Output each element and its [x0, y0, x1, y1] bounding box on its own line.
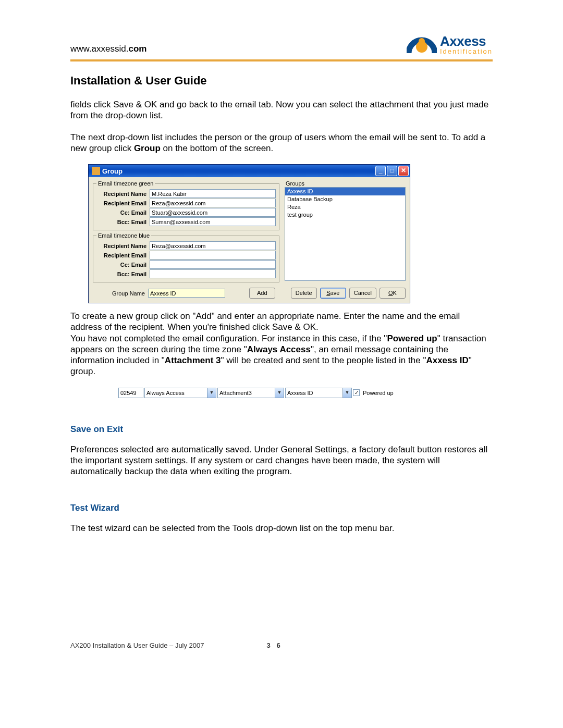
close-button[interactable]: ✕: [398, 166, 409, 176]
fieldset-blue: Email timezone blue Recipient Name Recip…: [93, 232, 279, 282]
text: on the bottom of the screen.: [161, 143, 273, 153]
recipient-name-input-green[interactable]: [150, 189, 276, 198]
text-bold: Always Access: [247, 344, 311, 354]
text-bold: Axxess ID: [426, 355, 468, 365]
timezone-dropdown[interactable]: Always Access ▼: [144, 388, 216, 398]
text: You have not completed the email configu…: [70, 334, 387, 343]
powered-up-checkbox[interactable]: ✓: [353, 389, 360, 396]
text: " will be created and sent to the people…: [221, 355, 426, 365]
config-strip: 02549 Always Access ▼ Attachment3 ▼ Axxe…: [118, 388, 493, 398]
url-bold: com: [128, 44, 146, 54]
dialog-app-icon: [92, 167, 100, 175]
label: Recipient Name: [96, 191, 146, 197]
groups-listbox[interactable]: Axxess ID Database Backup Reza test grou…: [285, 187, 406, 281]
logo-text-bottom: Identification: [440, 48, 493, 55]
dropdown-value: Axxess ID: [286, 388, 342, 398]
logo-mark-icon: [407, 31, 437, 57]
dropdown-value: Always Access: [145, 388, 207, 398]
groups-label: Groups: [286, 180, 406, 187]
dialog-title: Group: [102, 167, 123, 175]
delete-button[interactable]: Delete: [291, 288, 317, 299]
save-on-exit-body: Preferences selected are automatically s…: [70, 444, 493, 477]
cc-email-input-green[interactable]: [150, 208, 276, 217]
recipient-email-input-green[interactable]: [150, 199, 276, 207]
fieldset-green-legend: Email timezone green: [96, 180, 155, 187]
page-title: Installation & User Guide: [70, 74, 493, 88]
label: Recipient Name: [96, 243, 146, 249]
text-bold: Group: [134, 143, 161, 153]
ok-button[interactable]: OK: [380, 288, 406, 299]
list-item[interactable]: test group: [285, 211, 405, 219]
logo-text-top: Axxess: [440, 34, 493, 48]
paragraph-intro-a: fields click Save & OK and go back to th…: [70, 99, 493, 121]
minimize-button[interactable]: _: [375, 166, 386, 176]
recipient-email-input-blue[interactable]: [150, 251, 276, 260]
bcc-email-input-blue[interactable]: [150, 269, 276, 278]
label: Bcc: Email: [96, 219, 146, 225]
label: Recipient Email: [96, 252, 146, 258]
header-url: www.axxessid.com: [70, 44, 146, 57]
page-footer: AX200 Installation & User Guide – July 2…: [70, 641, 493, 649]
paragraph-intro-b: The next drop-down list includes the per…: [70, 132, 493, 154]
label: Cc: Email: [96, 262, 146, 268]
group-dialog: Group _ □ ✕ Email timezone green Recipie…: [88, 164, 410, 303]
footer-left: AX200 Installation & User Guide – July 2…: [70, 641, 204, 649]
text: The next drop-down list includes the per…: [70, 132, 485, 153]
label: Recipient Email: [96, 200, 146, 206]
paragraph-add-group: To create a new group click on "Add" and…: [70, 311, 493, 333]
cc-email-input-blue[interactable]: [150, 260, 276, 269]
dialog-titlebar: Group _ □ ✕: [89, 165, 410, 177]
test-wizard-heading: Test Wizard: [70, 503, 493, 513]
label: Bcc: Email: [96, 271, 146, 277]
dropdown-value: Attachment3: [218, 388, 275, 398]
save-button[interactable]: Save: [320, 288, 346, 299]
fieldset-green: Email timezone green Recipient Name Reci…: [93, 180, 279, 230]
paragraph-config: You have not completed the email configu…: [70, 333, 493, 377]
group-name-input[interactable]: [148, 289, 225, 298]
chevron-down-icon: ▼: [275, 388, 284, 398]
logo: Axxess Identification: [407, 31, 493, 57]
add-button[interactable]: Add: [249, 288, 275, 299]
recipient-name-input-blue[interactable]: [150, 241, 276, 250]
save-button-rest: ave: [331, 290, 340, 296]
fieldset-blue-legend: Email timezone blue: [96, 232, 151, 239]
group-dropdown[interactable]: Axxess ID ▼: [285, 388, 352, 398]
cancel-button[interactable]: Cancel: [349, 288, 376, 299]
text-bold: Attachment 3: [165, 355, 221, 365]
code-box: 02549: [118, 388, 143, 398]
save-on-exit-heading: Save on Exit: [70, 424, 493, 435]
page-header: www.axxessid.com Axxess Identification: [70, 26, 493, 57]
chevron-down-icon: ▼: [342, 388, 351, 398]
attachment-dropdown[interactable]: Attachment3 ▼: [217, 388, 284, 398]
test-wizard-body: The test wizard can be selected from the…: [70, 523, 493, 534]
chevron-down-icon: ▼: [207, 388, 216, 398]
list-item[interactable]: Database Backup: [285, 195, 405, 203]
group-name-label: Group Name: [93, 290, 145, 297]
powered-up-label: Powered up: [361, 390, 396, 396]
page-number: 3 6: [267, 641, 283, 649]
list-item[interactable]: Axxess ID: [285, 188, 405, 195]
text-bold: Powered up: [387, 334, 437, 343]
url-prefix: www.axxessid.: [70, 44, 128, 54]
maximize-button[interactable]: □: [387, 166, 397, 176]
logo-text: Axxess Identification: [440, 34, 493, 55]
svg-point-1: [419, 38, 425, 44]
header-rule: [70, 59, 493, 61]
label: Cc: Email: [96, 209, 146, 216]
bcc-email-input-green[interactable]: [150, 217, 276, 226]
list-item[interactable]: Reza: [285, 203, 405, 211]
